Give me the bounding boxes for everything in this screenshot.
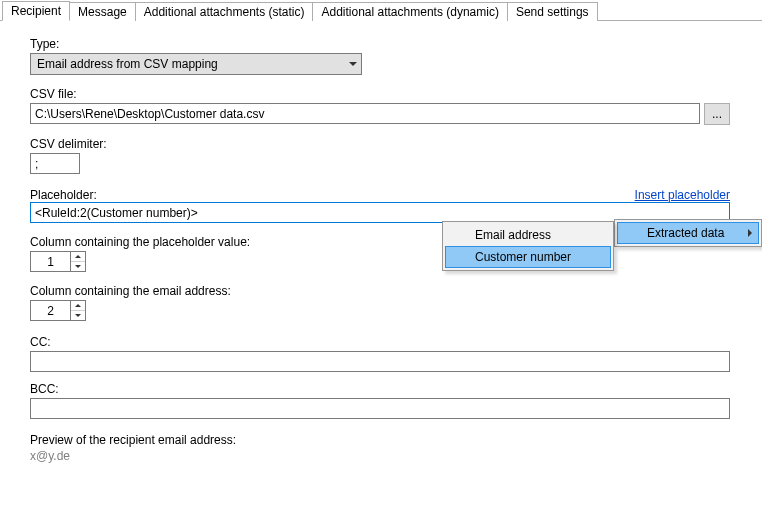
bcc-label: BCC: (30, 382, 738, 396)
spin-down-icon[interactable] (71, 310, 85, 320)
tab-attachments-static[interactable]: Additional attachments (static) (136, 2, 314, 21)
col-placeholder-input[interactable] (30, 251, 70, 272)
tab-message[interactable]: Message (70, 2, 136, 21)
col-email-label: Column containing the email address: (30, 284, 738, 298)
csv-delimiter-label: CSV delimiter: (30, 137, 738, 151)
csv-file-input[interactable] (30, 103, 700, 124)
spin-up-icon[interactable] (71, 252, 85, 261)
context-menu-parent: Extracted data (614, 219, 762, 247)
cc-input[interactable] (30, 351, 730, 372)
context-menu-child: Email address Customer number (442, 221, 614, 271)
preview-label: Preview of the recipient email address: (30, 433, 738, 447)
tab-bar: Recipient Message Additional attachments… (0, 0, 762, 21)
bcc-input[interactable] (30, 398, 730, 419)
tab-send-settings[interactable]: Send settings (508, 2, 598, 21)
form-panel: Type: Email address from CSV mapping CSV… (0, 21, 762, 473)
col-placeholder-spinner[interactable] (30, 251, 738, 272)
type-label: Type: (30, 37, 738, 51)
spin-down-icon[interactable] (71, 261, 85, 271)
type-combobox[interactable]: Email address from CSV mapping (30, 53, 362, 75)
tab-recipient[interactable]: Recipient (2, 1, 70, 21)
spin-up-icon[interactable] (71, 301, 85, 310)
menu-item-email-address[interactable]: Email address (445, 224, 611, 246)
col-email-spinner[interactable] (30, 300, 738, 321)
insert-placeholder-link[interactable]: Insert placeholder (635, 188, 730, 202)
placeholder-label: Placeholder: (30, 188, 97, 202)
chevron-down-icon (344, 54, 361, 74)
tab-attachments-dynamic[interactable]: Additional attachments (dynamic) (313, 2, 507, 21)
menu-item-customer-number[interactable]: Customer number (445, 246, 611, 268)
type-value: Email address from CSV mapping (31, 57, 344, 71)
csv-delimiter-input[interactable] (30, 153, 80, 174)
col-email-input[interactable] (30, 300, 70, 321)
csv-file-label: CSV file: (30, 87, 738, 101)
browse-button[interactable]: ... (704, 103, 730, 125)
cc-label: CC: (30, 335, 738, 349)
menu-item-extracted-data[interactable]: Extracted data (617, 222, 759, 244)
preview-value: x@y.de (30, 449, 738, 463)
